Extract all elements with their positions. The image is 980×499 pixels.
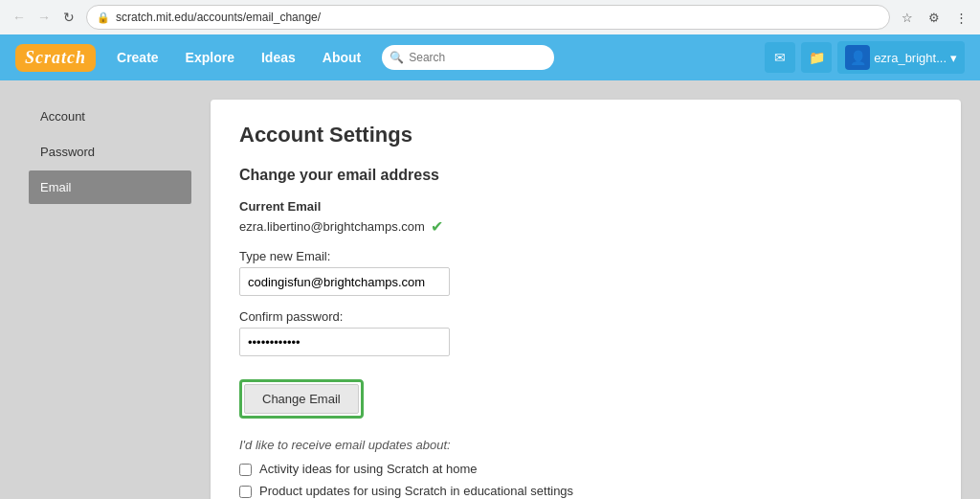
sidebar-item-account[interactable]: Account [29, 100, 191, 133]
scratch-header: Scratch Create Explore Ideas About 🔍 ✉ 📁… [0, 34, 980, 80]
current-email-display: ezra.libertino@brightchamps.com ✔ [239, 217, 932, 236]
sidebar: Account Password Email [0, 100, 211, 499]
browser-toolbar: ← → ↻ 🔒 scratch.mit.edu/accounts/email_c… [0, 0, 980, 34]
change-email-btn-wrapper: Change Email [239, 379, 364, 419]
checkbox-activity-ideas-input[interactable] [239, 464, 252, 476]
nav-explore[interactable]: Explore [172, 50, 248, 65]
search-icon: 🔍 [390, 51, 404, 64]
reload-button[interactable]: ↻ [57, 6, 80, 29]
verified-icon: ✔ [431, 217, 443, 236]
url-text: scratch.mit.edu/accounts/email_change/ [116, 11, 321, 24]
browser-chrome: ← → ↻ 🔒 scratch.mit.edu/accounts/email_c… [0, 0, 980, 34]
header-right: ✉ 📁 👤 ezra_bright... ▾ [765, 41, 965, 74]
scratch-logo[interactable]: Scratch [15, 44, 96, 72]
main-content: Account Password Email Account Settings … [0, 80, 980, 499]
search-input[interactable] [382, 45, 554, 70]
user-menu[interactable]: 👤 ezra_bright... ▾ [837, 41, 965, 74]
sidebar-item-password[interactable]: Password [29, 135, 191, 169]
confirm-password-input[interactable] [239, 328, 450, 356]
username-label: ezra_bright... [874, 51, 947, 65]
sidebar-item-email[interactable]: Email [29, 170, 191, 204]
backpack-button[interactable]: 📁 [801, 42, 832, 73]
confirm-password-label: Confirm password: [239, 309, 932, 324]
lock-icon: 🔒 [97, 11, 110, 24]
checkbox-product-updates: Product updates for using Scratch in edu… [239, 484, 932, 498]
current-email-label: Current Email [239, 199, 932, 214]
main-nav: Create Explore Ideas About [103, 50, 374, 65]
change-email-button[interactable]: Change Email [244, 384, 359, 414]
bookmark-button[interactable]: ☆ [896, 6, 919, 29]
new-email-input[interactable] [239, 267, 450, 296]
menu-button[interactable]: ⋮ [949, 6, 972, 29]
current-email-value: ezra.libertino@brightchamps.com [239, 219, 425, 234]
messages-button[interactable]: ✉ [765, 42, 795, 73]
dropdown-icon: ▾ [950, 51, 957, 65]
page-title: Account Settings [239, 123, 932, 147]
section-title: Change your email address [239, 167, 932, 184]
user-avatar: 👤 [845, 45, 870, 70]
extensions-button[interactable]: ⚙ [923, 6, 946, 29]
new-email-label: Type new Email: [239, 249, 932, 263]
email-updates-label: I'd like to receive email updates about: [239, 438, 932, 452]
checkbox-activity-ideas: Activity ideas for using Scratch at home [239, 462, 932, 476]
url-bar[interactable]: 🔒 scratch.mit.edu/accounts/email_change/ [86, 5, 890, 30]
checkbox-activity-ideas-label: Activity ideas for using Scratch at home [259, 462, 478, 476]
nav-ideas[interactable]: Ideas [248, 50, 309, 65]
back-button[interactable]: ← [8, 6, 31, 29]
checkbox-product-updates-input[interactable] [239, 486, 252, 498]
checkbox-product-updates-label: Product updates for using Scratch in edu… [259, 484, 573, 498]
nav-about[interactable]: About [309, 50, 374, 65]
content-panel: Account Settings Change your email addre… [211, 100, 961, 499]
nav-create[interactable]: Create [103, 50, 172, 65]
forward-button[interactable]: → [33, 6, 56, 29]
